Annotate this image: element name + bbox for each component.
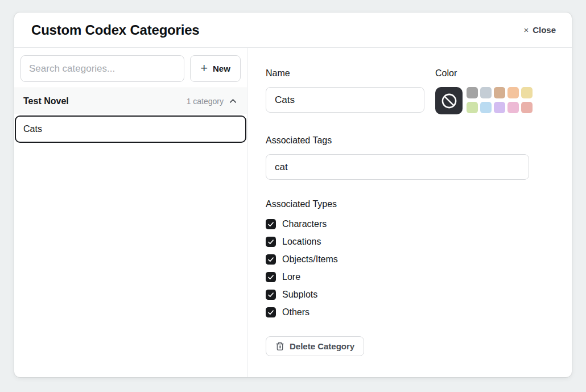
ban-icon — [440, 92, 458, 110]
associated-tags-label: Associated Tags — [266, 135, 554, 146]
close-button[interactable]: × Close — [523, 25, 556, 35]
tags-field-group: Associated Tags — [266, 135, 554, 180]
color-swatch-salmon[interactable] — [521, 102, 533, 113]
color-label: Color — [435, 68, 533, 79]
color-picker — [435, 87, 533, 114]
trash-icon — [275, 341, 284, 351]
color-swatch-tan[interactable] — [494, 87, 505, 98]
type-row-locations: Locations — [266, 237, 554, 247]
color-swatch-none[interactable] — [435, 87, 463, 114]
checkbox-objects-items[interactable] — [266, 254, 276, 265]
associated-types-label: Associated Types — [266, 199, 554, 209]
type-row-others: Others — [266, 307, 554, 317]
color-swatch-pink[interactable] — [507, 102, 519, 113]
dialog-header: Custom Codex Categories × Close — [14, 13, 572, 48]
checkbox-characters[interactable] — [266, 219, 276, 229]
type-row-objects-items: Objects/Items — [266, 254, 554, 265]
category-item-cats[interactable]: Cats — [15, 115, 246, 143]
checkbox-subplots[interactable] — [266, 290, 276, 300]
novel-group-name: Test Novel — [23, 96, 69, 106]
type-label-subplots: Subplots — [282, 290, 317, 300]
chevron-up-icon — [229, 97, 237, 105]
type-label-characters: Characters — [282, 219, 327, 229]
color-swatch-yellow[interactable] — [521, 87, 533, 98]
new-button-label: New — [213, 64, 230, 73]
associated-tags-input[interactable] — [266, 154, 529, 180]
color-swatch-gray[interactable] — [467, 87, 478, 98]
associated-types-list: CharactersLocationsObjects/ItemsLoreSubp… — [266, 219, 554, 317]
color-field-group: Color — [435, 68, 533, 114]
category-count-label: 1 category — [187, 97, 224, 106]
type-label-others: Others — [282, 307, 309, 317]
dialog-body: + New Test Novel 1 category Cats Name — [14, 48, 572, 377]
color-swatch-grid — [467, 87, 533, 114]
color-swatch-peach[interactable] — [507, 87, 519, 98]
plus-icon: + — [200, 62, 208, 75]
delete-button-label: Delete Category — [290, 341, 354, 351]
type-row-characters: Characters — [266, 219, 554, 229]
type-label-locations: Locations — [282, 237, 321, 247]
name-label: Name — [266, 68, 424, 79]
delete-category-button[interactable]: Delete Category — [266, 336, 364, 356]
color-swatch-green[interactable] — [467, 102, 478, 113]
novel-group-header[interactable]: Test Novel 1 category — [14, 88, 247, 114]
close-button-label: Close — [533, 25, 556, 35]
new-category-button[interactable]: + New — [190, 55, 241, 82]
custom-codex-categories-dialog: Custom Codex Categories × Close + New Te… — [14, 13, 572, 377]
name-color-row: Name Color — [266, 68, 554, 114]
categories-sidebar: + New Test Novel 1 category Cats — [14, 48, 247, 377]
name-input[interactable] — [266, 87, 424, 113]
type-label-objects-items: Objects/Items — [282, 254, 338, 265]
checkbox-locations[interactable] — [266, 237, 276, 247]
checkbox-others[interactable] — [266, 307, 276, 317]
page-title: Custom Codex Categories — [31, 22, 199, 38]
close-icon: × — [523, 26, 529, 34]
search-input[interactable] — [20, 55, 184, 82]
type-row-lore: Lore — [266, 272, 554, 282]
color-swatch-blue[interactable] — [480, 102, 492, 113]
sidebar-toolbar: + New — [14, 48, 247, 88]
type-row-subplots: Subplots — [266, 290, 554, 300]
checkbox-lore[interactable] — [266, 272, 276, 282]
color-swatch-purple[interactable] — [494, 102, 505, 113]
color-swatch-blue-gray[interactable] — [480, 87, 492, 98]
type-label-lore: Lore — [282, 272, 300, 282]
types-field-group: Associated Types CharactersLocationsObje… — [266, 199, 554, 317]
category-detail-panel: Name Color — [247, 48, 572, 377]
name-field-group: Name — [266, 68, 424, 114]
